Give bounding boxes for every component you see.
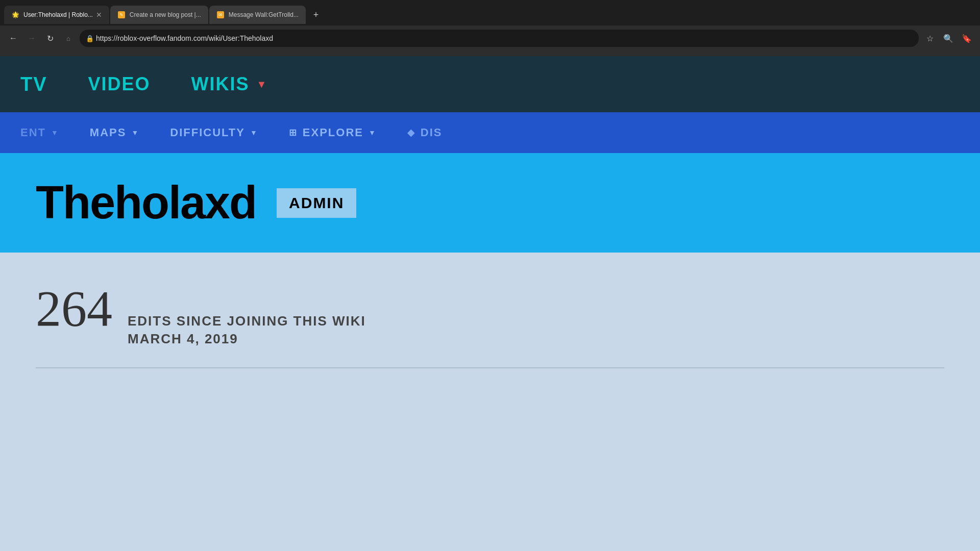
admin-badge-label: ADMIN xyxy=(289,194,344,211)
wiki-sub-nav: ENT ▼ MAPS ▼ DIFFICULTY ▼ ⊞ EXPLORE ▼ ◆ … xyxy=(0,112,980,153)
tab-2-title: Create a new blog post |... xyxy=(130,11,201,18)
tab-1-close[interactable]: ✕ xyxy=(96,11,102,19)
sub-nav-difficulty-label: DIFFICULTY xyxy=(170,126,245,139)
ent-dropdown-arrow: ▼ xyxy=(51,129,59,137)
user-stats: 264 EDITS SINCE JOINING THIS WIKI MARCH … xyxy=(0,253,980,399)
profile-icon[interactable]: 🔖 xyxy=(960,31,974,45)
lock-icon: 🔒 xyxy=(86,35,94,42)
nav-item-wikis-label: WIKIS xyxy=(191,73,250,95)
sub-nav-difficulty[interactable]: DIFFICULTY ▼ xyxy=(170,126,258,139)
address-input[interactable]: https://roblox-overflow.fandom.com/wiki/… xyxy=(80,30,919,47)
admin-badge: ADMIN xyxy=(277,188,356,218)
sub-nav-dis-label: DIS xyxy=(421,126,443,139)
back-button[interactable]: ← xyxy=(6,31,20,45)
toolbar-icons: ☆ 🔍 🔖 xyxy=(923,31,974,45)
edit-count: 264 xyxy=(36,283,112,334)
stat-labels: EDITS SINCE JOINING THIS WIKI MARCH 4, 2… xyxy=(128,313,366,347)
nav-item-wikis[interactable]: WIKIS ▼ xyxy=(191,73,268,95)
tab-1-favicon: 🌟 xyxy=(11,11,19,19)
nav-item-video[interactable]: VIDEO xyxy=(88,73,151,95)
tab-3-favicon: ✉ xyxy=(216,11,225,19)
tab-1[interactable]: 🌟 User:Theholaxd | Roblo... ✕ xyxy=(4,6,109,24)
home-button[interactable]: ⌂ xyxy=(61,31,76,45)
sub-nav-maps[interactable]: MAPS ▼ xyxy=(90,126,139,139)
dis-icon: ◆ xyxy=(407,127,415,138)
sub-nav-dis[interactable]: ◆ DIS xyxy=(407,126,443,139)
stats-row: 264 EDITS SINCE JOINING THIS WIKI MARCH … xyxy=(36,283,944,347)
tab-2-favicon: ✎ xyxy=(117,11,126,19)
bookmark-star-icon[interactable]: ☆ xyxy=(923,31,937,45)
tab-bar: 🌟 User:Theholaxd | Roblo... ✕ ✎ Create a… xyxy=(0,0,980,26)
search-icon[interactable]: 🔍 xyxy=(941,31,955,45)
forward-button[interactable]: → xyxy=(24,31,39,45)
user-header: Theholaxd ADMIN xyxy=(0,153,980,253)
sub-nav-ent-label: ENT xyxy=(20,126,46,139)
explore-icon: ⊞ xyxy=(289,127,298,138)
new-tab-button[interactable]: + xyxy=(309,8,323,22)
maps-dropdown-arrow: ▼ xyxy=(131,129,139,137)
difficulty-dropdown-arrow: ▼ xyxy=(250,129,258,137)
nav-item-tv[interactable]: TV xyxy=(20,73,47,95)
tab-2[interactable]: ✎ Create a new blog post |... xyxy=(110,6,208,24)
username: Theholaxd xyxy=(36,177,256,229)
browser-chrome: 🌟 User:Theholaxd | Roblo... ✕ ✎ Create a… xyxy=(0,0,980,56)
page-content: TV VIDEO WIKIS ▼ ENT ▼ MAPS ▼ DIFFICULTY… xyxy=(0,56,980,399)
address-bar: ← → ↻ ⌂ 🔒 https://roblox-overflow.fandom… xyxy=(0,26,980,51)
sub-nav-explore[interactable]: ⊞ EXPLORE ▼ xyxy=(289,126,377,139)
fandom-top-nav: TV VIDEO WIKIS ▼ xyxy=(0,56,980,112)
tab-3[interactable]: ✉ Message Wall:GetTrolld... xyxy=(209,6,306,24)
tab-3-title: Message Wall:GetTrolld... xyxy=(229,11,299,18)
refresh-button[interactable]: ↻ xyxy=(43,31,57,45)
sub-nav-explore-label: EXPLORE xyxy=(303,126,363,139)
sub-nav-maps-label: MAPS xyxy=(90,126,127,139)
edit-label: EDITS SINCE JOINING THIS WIKI xyxy=(128,313,366,329)
wikis-dropdown-arrow: ▼ xyxy=(257,79,268,90)
address-wrapper: 🔒 https://roblox-overflow.fandom.com/wik… xyxy=(80,30,919,47)
stats-divider xyxy=(36,367,944,368)
tab-1-title: User:Theholaxd | Roblo... xyxy=(23,11,93,18)
sub-nav-ent[interactable]: ENT ▼ xyxy=(20,126,59,139)
join-date: MARCH 4, 2019 xyxy=(128,331,366,347)
explore-dropdown-arrow: ▼ xyxy=(369,129,377,137)
